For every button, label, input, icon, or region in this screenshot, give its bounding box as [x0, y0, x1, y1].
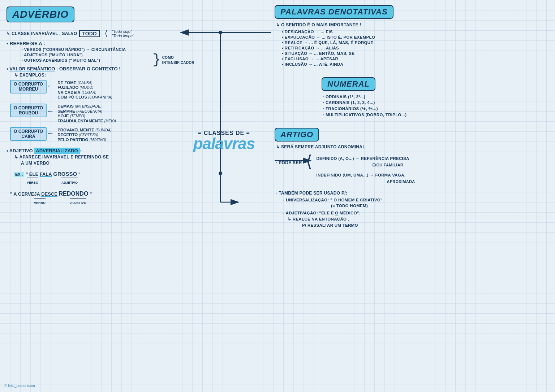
- page: Advérbio ↳ CLASSE INVARIÁVEL , SALVO TOD…: [0, 0, 555, 392]
- pd-inclusao: • INCLUSÃO → ... ATÉ, AINDA: [282, 62, 546, 66]
- pode-ser-label: · PODE SER: [276, 160, 302, 165]
- n-fracionarios: · FRACIONÁRIOS (¹⁄₂, ²⁄₅...): [323, 106, 546, 111]
- palavras-denotativas-title: Palavras Denotativas: [275, 5, 393, 19]
- artigo-line1: ↳ SERÁ SEMPRE ADJUNTO ADNOMINAL: [276, 144, 546, 149]
- exemplos-label: ↳ EXEMPLOS:: [14, 73, 209, 78]
- ex2-container: " A CERVEJA DESCE REDONDO " VERBO ADJETI…: [10, 191, 209, 206]
- svg-point-8: [219, 171, 222, 175]
- tambem-label: · TAMBÉM PODE SER USADO P/:: [276, 191, 546, 196]
- todo-box: TODO: [79, 30, 99, 37]
- n-ordinais: · ORDINAIS (1º, 2º...): [323, 95, 546, 99]
- example-row-1: O CORRUPTOMORREU ← DE FOME (CAUSA) FUZIL…: [10, 80, 209, 100]
- center-section: = CLASSES DE = palavras: [173, 130, 275, 151]
- numeral-title: Numeral: [322, 77, 375, 91]
- ex1-verbo: VERBO: [27, 181, 38, 184]
- valor-semantico: • VALOR SEMÂNTICO : OBSERVAR O CONTEXTO …: [7, 66, 209, 71]
- refers-title: • REFERE-SE A :: [7, 41, 209, 46]
- pd-situacao: • SITUAÇÃO → ... ENTÃO, MAS, SE: [282, 51, 546, 56]
- example-items-2: DEMAIS (INTENSIDADE) SEMPRE (FREQUÊNCIA)…: [57, 104, 116, 124]
- indefinido-desc: APROXIMADA: [387, 179, 415, 184]
- artigo-section: Artigo ↳ SERÁ SEMPRE ADJUNTO ADNOMINAL ·…: [275, 128, 546, 227]
- como-label: COMO: [162, 56, 194, 60]
- adjetivacao: → ADJETIVAÇÃO: "ELE É O MÉDICO".: [280, 211, 546, 215]
- pd-expulcacao: • EXPULCAÇÃO → ... ISTO É, POR EXEMPLO: [282, 35, 546, 39]
- artigo-title: Artigo: [275, 128, 319, 141]
- example-items-1: DE FOME (CAUSA) FUZILADO (MODO) NA CADEI…: [57, 80, 112, 100]
- universalizacao2: (= TODO HOMEM): [331, 204, 546, 208]
- ressaltar: P/ RESSALTAR UM TERMO: [302, 223, 546, 227]
- quote1: "Todo sujo": [112, 29, 134, 34]
- adjetivo-line2: A UM VERBO: [21, 161, 209, 166]
- pd-designacao: • DESIGNAÇÃO → ... EIS: [282, 30, 546, 34]
- example-box-1: O CORRUPTOMORREU: [10, 80, 47, 93]
- example-items-3: PROVAVELMENTE (DÚVIDA) DECERTO (CERTEZA)…: [57, 127, 111, 142]
- intensificador-label: INTENSIFICADOR: [162, 61, 194, 65]
- adjetivo-line1: ↳ APARECE INVARIÁVEL E REFERINDO-SE: [14, 154, 209, 160]
- pd-line1: ↳ O SENTIDO É O MAIS IMPORTANTE !: [276, 22, 546, 27]
- indefinido-label: INDEFINIDO (UM, UMA...) → FORMA VAGA,: [316, 173, 405, 177]
- example-box-3: O CORRUPTOCAIRÁ: [10, 127, 47, 141]
- classe-invariavel: ↳ CLASSE INVARIÁVEL , SALVO: [7, 31, 77, 36]
- pd-items: • DESIGNAÇÃO → ... EIS • EXPULCAÇÃO → ..…: [282, 30, 546, 66]
- ex2-adjetivo: ADJETIVO: [70, 201, 86, 205]
- n-multiplicativos: · MULTIPLICATIVOS (DOBRO, TRIPLO...): [323, 113, 546, 117]
- example-row-2: O CORRUPTOROUBOU ← DEMAIS (INTENSIDADE) …: [10, 104, 209, 124]
- ex1-adjetivo: ADJETIVO: [61, 181, 78, 184]
- definido-desc: E/OU FAMILIAR: [372, 163, 403, 167]
- quote2: "Toda limpa": [112, 34, 134, 38]
- palavras-big: palavras: [173, 136, 275, 151]
- right-section: Palavras Denotativas ↳ O SENTIDO É O MAI…: [275, 5, 546, 229]
- definido-label: DEFINIDO (A, O...) → REFERÊNCIA PRECISA: [316, 156, 409, 161]
- svg-point-7: [219, 31, 222, 34]
- copyright: © letci_comunisom: [4, 384, 35, 388]
- realce-entonacao: ↳ REALCE NA ENTONAÇÃO .: [288, 217, 546, 222]
- refers-verbos: · VERBOS ("CORREU RÁPIDO") → CIRCUNSTÂNC…: [22, 47, 209, 52]
- numeral-section: Numeral · ORDINAIS (1º, 2º...) · CARDINA…: [322, 77, 546, 117]
- left-section: ↳ CLASSE INVARIÁVEL , SALVO TODO ⟨ "Todo…: [7, 22, 209, 206]
- ex1-container: EX.: " ELE FALA GROSSO " VERBO ADJETIVO: [14, 171, 209, 186]
- n-cardinais: · CARDINAIS (1, 2, 3, 4...): [323, 100, 546, 105]
- example-box-2: O CORRUPTOROUBOU: [10, 104, 47, 117]
- universalizacao: → UNIVERSALIZAÇÃO: " O HOMEM É CRIATIVO"…: [280, 198, 546, 202]
- ex2-verbo: VERBO: [34, 201, 46, 205]
- adverbio-title: Advérbio: [7, 6, 74, 22]
- pd-realce: • REALCE → ... É QUE, LÁ, MAS, É PORQUE: [282, 40, 546, 45]
- pd-exclusao: • EXCLUSÃO → ... APESAR: [282, 57, 546, 61]
- pd-retificacao: • RETIFICAÇÃO → ... ALIÁS: [282, 46, 546, 50]
